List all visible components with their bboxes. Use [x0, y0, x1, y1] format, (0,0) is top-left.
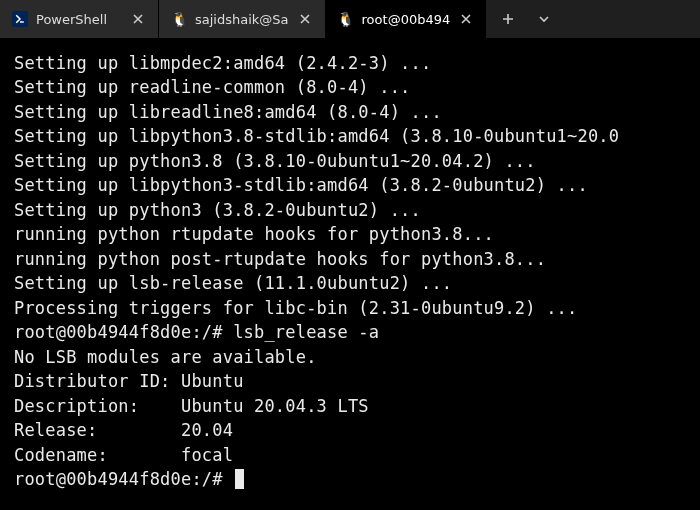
tab-label: PowerShell	[36, 12, 122, 27]
tux-icon: 🐧	[171, 11, 187, 27]
titlebar-actions	[490, 0, 562, 38]
prompt-text: root@00b4944f8d0e:/#	[14, 467, 233, 491]
titlebar: PowerShell 🐧 sajidshaik@Sa 🐧 root@00b494	[0, 0, 700, 39]
prompt-line: root@00b4944f8d0e:/#	[14, 467, 686, 491]
close-icon[interactable]	[130, 11, 146, 27]
tab-powershell[interactable]: PowerShell	[0, 0, 158, 38]
powershell-icon	[12, 11, 28, 27]
terminal-output[interactable]: Setting up libmpdec2:amd64 (2.4.2-3) ...…	[0, 39, 700, 510]
tab-root[interactable]: 🐧 root@00b494	[326, 0, 487, 38]
tab-label: sajidshaik@Sa	[195, 12, 289, 27]
tux-icon: 🐧	[338, 11, 354, 27]
cursor	[235, 469, 244, 489]
tab-ssh-user[interactable]: 🐧 sajidshaik@Sa	[159, 0, 325, 38]
close-icon[interactable]	[458, 11, 474, 27]
new-tab-button[interactable]	[490, 0, 526, 38]
tab-label: root@00b494	[362, 12, 451, 27]
tab-dropdown-button[interactable]	[526, 0, 562, 38]
close-icon[interactable]	[297, 11, 313, 27]
terminal-lines: Setting up libmpdec2:amd64 (2.4.2-3) ...…	[14, 51, 686, 467]
